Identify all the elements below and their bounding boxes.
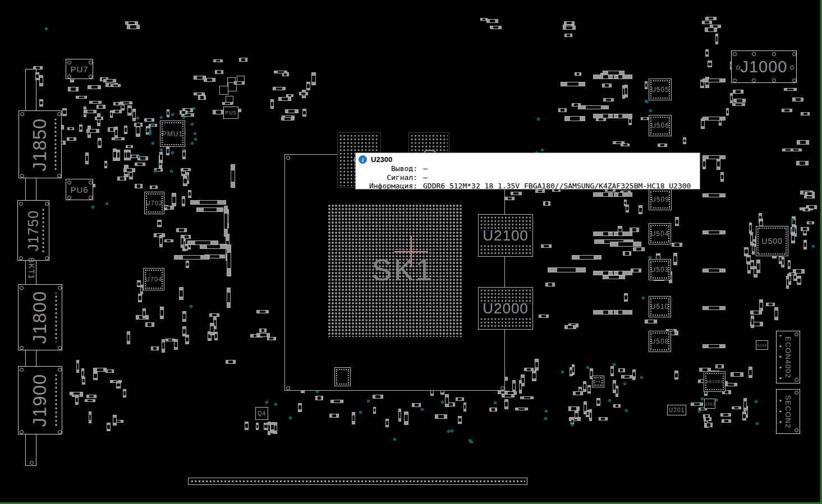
passive-component[interactable]: [123, 168, 135, 172]
passive-component[interactable]: [176, 228, 187, 232]
passive-component[interactable]: [105, 369, 114, 373]
passive-component[interactable]: [112, 137, 125, 140]
passive-component[interactable]: [113, 102, 120, 105]
passive-component[interactable]: [456, 397, 464, 401]
passive-component[interactable]: [608, 232, 613, 235]
passive-component[interactable]: [789, 272, 796, 275]
passive-component[interactable]: [572, 364, 575, 375]
passive-component[interactable]: [710, 25, 720, 28]
passive-component[interactable]: [174, 339, 178, 350]
passive-component[interactable]: [445, 394, 449, 407]
passive-component[interactable]: [95, 117, 103, 120]
passive-component[interactable]: [103, 79, 116, 82]
passive-component[interactable]: [702, 158, 706, 169]
passive-component[interactable]: [705, 49, 709, 57]
passive-component[interactable]: [120, 101, 132, 104]
component-u500[interactable]: U500: [756, 226, 788, 256]
passive-component[interactable]: [784, 88, 796, 91]
passive-component[interactable]: [117, 150, 120, 161]
passive-component[interactable]: [613, 404, 621, 408]
passive-component[interactable]: [593, 271, 632, 275]
passive-component[interactable]: [172, 193, 176, 206]
passive-component[interactable]: [782, 109, 792, 112]
passive-component[interactable]: [132, 109, 136, 121]
passive-component[interactable]: [273, 87, 286, 90]
component-u509[interactable]: U509: [649, 189, 672, 210]
passive-component[interactable]: [181, 235, 184, 248]
passive-component[interactable]: [801, 227, 809, 230]
passive-component[interactable]: [278, 97, 291, 101]
passive-component[interactable]: [766, 303, 775, 306]
passive-component[interactable]: [672, 243, 682, 247]
passive-component[interactable]: [256, 333, 269, 337]
passive-component[interactable]: [539, 315, 549, 318]
component-u508[interactable]: U508: [649, 331, 671, 352]
passive-component[interactable]: [75, 395, 79, 405]
passive-component[interactable]: [458, 416, 462, 424]
passive-component[interactable]: [505, 197, 515, 201]
passive-component[interactable]: [196, 207, 223, 212]
passive-component[interactable]: [722, 419, 731, 423]
passive-component[interactable]: [645, 81, 648, 89]
passive-component[interactable]: [599, 417, 608, 420]
passive-component[interactable]: [596, 398, 600, 406]
component-pu5[interactable]: PU5: [223, 107, 238, 119]
passive-component[interactable]: [97, 105, 105, 109]
passive-component[interactable]: [239, 58, 247, 62]
passive-component[interactable]: [134, 123, 143, 127]
passive-component[interactable]: [717, 159, 720, 170]
passive-component[interactable]: [603, 275, 625, 279]
passive-component[interactable]: [302, 109, 306, 117]
passive-component[interactable]: [270, 99, 274, 109]
passive-component[interactable]: [144, 118, 154, 122]
passive-component[interactable]: [705, 27, 717, 32]
passive-component[interactable]: [524, 368, 534, 371]
passive-component[interactable]: [614, 271, 618, 275]
passive-component[interactable]: [743, 398, 747, 411]
passive-component[interactable]: [215, 70, 223, 74]
component-u2100[interactable]: U2100: [478, 214, 533, 257]
passive-component[interactable]: [398, 409, 401, 422]
passive-component[interactable]: [98, 138, 102, 148]
passive-component[interactable]: [490, 26, 502, 29]
passive-component[interactable]: [504, 391, 516, 395]
passive-component[interactable]: [79, 124, 82, 132]
passive-component[interactable]: [608, 193, 613, 196]
passive-component[interactable]: [572, 255, 601, 260]
passive-component[interactable]: [39, 75, 43, 86]
passive-component[interactable]: [188, 190, 191, 198]
passive-component[interactable]: [807, 221, 814, 224]
passive-component[interactable]: [404, 411, 408, 425]
passive-component[interactable]: [702, 230, 725, 234]
passive-component[interactable]: [231, 164, 236, 188]
passive-component[interactable]: [127, 331, 130, 344]
passive-component[interactable]: [621, 144, 630, 146]
passive-component[interactable]: [548, 267, 586, 272]
passive-component[interactable]: [575, 411, 578, 419]
passive-component[interactable]: [227, 288, 231, 308]
passive-component[interactable]: [749, 223, 752, 234]
passive-component[interactable]: [803, 240, 806, 249]
passive-component[interactable]: [675, 217, 679, 226]
passive-component[interactable]: [159, 152, 163, 163]
passive-component[interactable]: [210, 323, 214, 335]
component-pu7[interactable]: PU7: [66, 59, 93, 79]
passive-component[interactable]: [179, 287, 183, 300]
passive-component[interactable]: [385, 419, 389, 427]
passive-component[interactable]: [182, 311, 186, 322]
passive-component[interactable]: [564, 116, 585, 121]
passive-component[interactable]: [86, 129, 99, 133]
passive-component[interactable]: [213, 110, 224, 114]
passive-component[interactable]: [298, 403, 301, 411]
passive-component[interactable]: [748, 367, 752, 378]
component-u505[interactable]: U505: [649, 78, 672, 100]
passive-component[interactable]: [759, 299, 763, 311]
component-u2000[interactable]: U2000: [478, 287, 533, 330]
passive-component[interactable]: [578, 105, 609, 109]
passive-component[interactable]: [35, 72, 39, 80]
passive-component[interactable]: [564, 325, 576, 329]
passive-component[interactable]: [89, 101, 102, 104]
passive-component[interactable]: [373, 395, 383, 399]
passive-component[interactable]: [608, 75, 613, 78]
passive-component[interactable]: [67, 127, 74, 130]
